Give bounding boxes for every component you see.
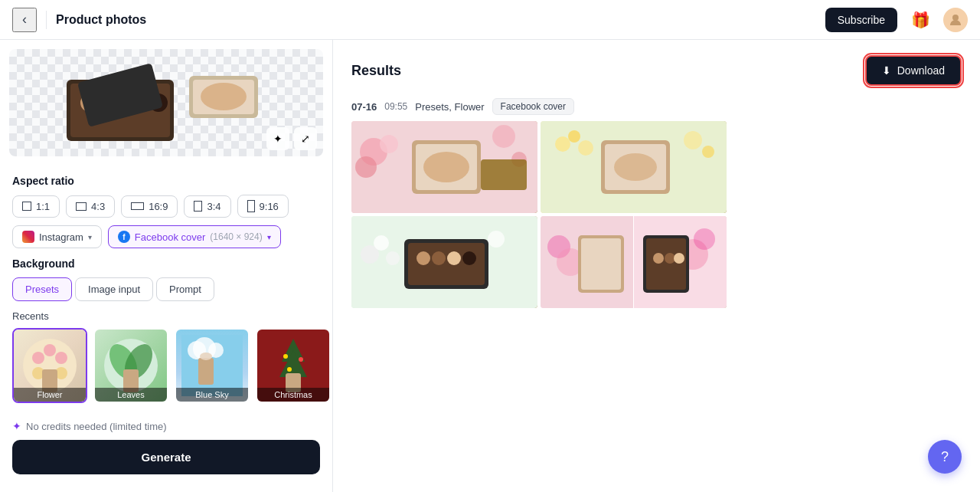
back-button[interactable]: ‹	[12, 8, 37, 32]
aspect-16-9-label: 16:9	[149, 201, 168, 212]
result-image-3[interactable]	[351, 216, 537, 308]
leaves-thumbnail-image	[100, 335, 162, 396]
results-header: Results ⬇ Download	[351, 55, 962, 86]
tab-presets[interactable]: Presets	[12, 277, 72, 301]
aspect-ratio-options: 1:1 4:3 16:9 3:4 9:16	[12, 195, 320, 218]
aspect-3-4[interactable]: 3:4	[184, 195, 230, 218]
result-image-1[interactable]	[351, 121, 537, 213]
svg-point-49	[578, 140, 593, 156]
svg-point-80	[674, 253, 684, 264]
result-image-2-svg	[541, 121, 727, 213]
svg-point-32	[283, 354, 288, 359]
tab-prompt[interactable]: Prompt	[156, 277, 214, 301]
download-label: Download	[897, 64, 945, 77]
svg-point-62	[416, 251, 430, 265]
download-icon: ⬇	[882, 64, 891, 77]
sky-thumbnail-image	[181, 335, 243, 396]
diamond-icon: ✦	[12, 420, 21, 432]
aspect-3-4-label: 3:4	[207, 201, 220, 212]
result-image-4[interactable]	[541, 216, 727, 308]
tab-image-input[interactable]: Image input	[75, 277, 153, 301]
platform-row: Instagram ▾ f Facebook cover (1640 × 924…	[12, 225, 320, 248]
aspect-9-16-icon	[247, 200, 255, 212]
svg-point-9	[201, 83, 247, 110]
header-right: Subscribe 🎁	[825, 6, 968, 34]
svg-point-54	[614, 153, 657, 181]
svg-point-58	[386, 251, 400, 265]
image-preview: ✦ ⤢	[9, 49, 323, 156]
result-preset: Presets, Flower	[415, 101, 484, 113]
results-image-grid	[351, 121, 727, 308]
result-date: 07-16	[351, 101, 377, 113]
svg-rect-61	[408, 243, 485, 285]
no-credits-banner: ✦ No credits needed (limited time)	[0, 412, 332, 440]
generate-button[interactable]: Generate	[12, 440, 320, 474]
product-image	[44, 57, 289, 149]
svg-point-57	[374, 235, 389, 251]
svg-rect-72	[633, 216, 634, 308]
instagram-label: Instagram	[39, 231, 83, 243]
result-image-1-svg	[351, 121, 537, 213]
aspect-4-3[interactable]: 4:3	[66, 195, 115, 218]
header: ‹ Product photos Subscribe 🎁	[0, 0, 980, 40]
aspect-9-16[interactable]: 9:16	[237, 195, 289, 218]
aspect-ratio-label: Aspect ratio	[12, 175, 320, 187]
subscribe-button[interactable]: Subscribe	[825, 8, 897, 32]
recent-item-leaves[interactable]: Leaves	[93, 328, 168, 403]
leaves-label: Leaves	[95, 388, 167, 402]
aspect-16-9[interactable]: 16:9	[121, 195, 178, 218]
recent-item-sky[interactable]: Blue Sky	[175, 328, 250, 403]
main-layout: ✦ ⤢ Aspect ratio 1:1 4:3 16:9	[0, 40, 980, 492]
aspect-4-3-icon	[76, 202, 87, 211]
result-meta: 07-16 09:55 Presets, Flower Facebook cov…	[351, 98, 962, 115]
result-entry: 07-16 09:55 Presets, Flower Facebook cov…	[351, 98, 962, 308]
avatar[interactable]	[943, 8, 968, 32]
recent-item-flower[interactable]: Flower	[12, 328, 87, 403]
instagram-chevron-icon: ▾	[88, 233, 92, 241]
svg-point-63	[432, 251, 446, 265]
svg-point-50	[684, 131, 702, 149]
result-image-3-svg	[351, 216, 537, 308]
svg-point-79	[665, 253, 675, 264]
preview-overlay-icons: ✦ ⤢	[266, 127, 317, 150]
result-image-4-svg	[541, 216, 727, 308]
instagram-select[interactable]: Instagram ▾	[12, 225, 102, 248]
aspect-ratio-section: Aspect ratio 1:1 4:3 16:9 3:4	[0, 166, 332, 257]
svg-point-28	[200, 353, 212, 360]
recents-label: Recents	[12, 310, 320, 322]
aspect-4-3-label: 4:3	[91, 201, 105, 212]
svg-point-64	[447, 251, 461, 265]
sky-label: Blue Sky	[176, 388, 248, 402]
expand-icon[interactable]: ⤢	[294, 127, 317, 150]
results-title: Results	[351, 63, 401, 79]
svg-point-0	[952, 15, 959, 21]
recent-item-christmas[interactable]: Christmas	[256, 328, 331, 403]
svg-point-34	[287, 367, 292, 372]
right-panel: Results ⬇ Download 07-16 09:55 Presets, …	[333, 40, 980, 492]
background-label: Background	[12, 257, 320, 270]
download-button[interactable]: ⬇ Download	[865, 55, 962, 86]
svg-point-13	[55, 352, 67, 364]
svg-point-17	[32, 352, 44, 364]
aspect-1-1-icon	[22, 202, 31, 211]
svg-point-65	[462, 251, 476, 265]
help-button[interactable]: ?	[928, 440, 962, 474]
svg-point-51	[702, 146, 714, 158]
flower-thumbnail-image	[19, 335, 80, 396]
svg-point-33	[299, 357, 303, 362]
aspect-1-1[interactable]: 1:1	[12, 195, 60, 218]
aspect-9-16-label: 9:16	[260, 201, 279, 212]
gift-icon[interactable]: 🎁	[906, 6, 934, 34]
result-image-2[interactable]	[541, 121, 727, 213]
facebook-chevron-icon: ▾	[267, 233, 271, 241]
svg-rect-27	[198, 358, 214, 385]
svg-point-47	[555, 136, 570, 152]
svg-point-44	[423, 152, 469, 182]
result-time: 09:55	[384, 101, 407, 112]
facebook-cover-select[interactable]: f Facebook cover (1640 × 924) ▾	[108, 225, 281, 248]
magic-icon[interactable]: ✦	[266, 127, 289, 150]
svg-point-38	[355, 156, 377, 178]
flower-label: Flower	[14, 388, 86, 402]
christmas-thumbnail-image	[263, 335, 324, 396]
facebook-cover-size: (1640 × 924)	[210, 231, 262, 242]
